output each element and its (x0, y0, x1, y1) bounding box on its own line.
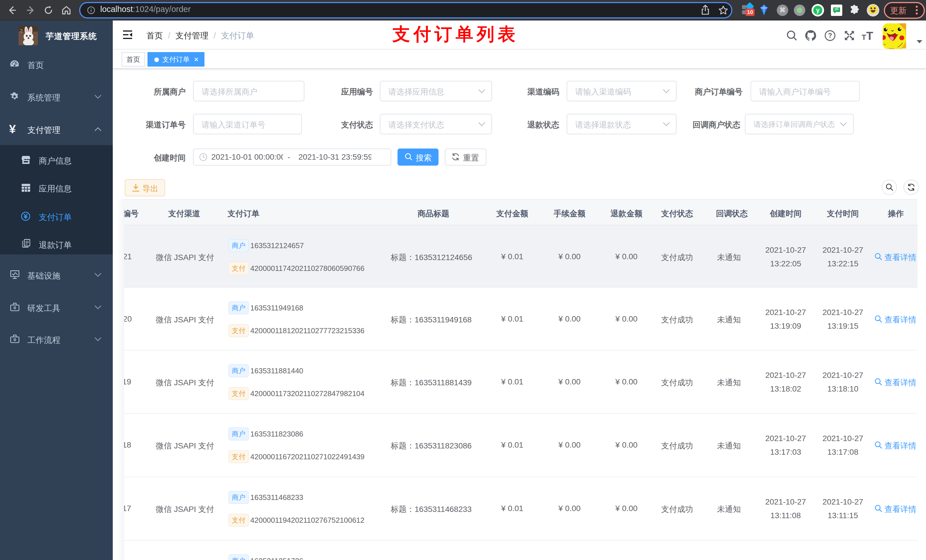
svg-text:?: ? (828, 32, 832, 39)
